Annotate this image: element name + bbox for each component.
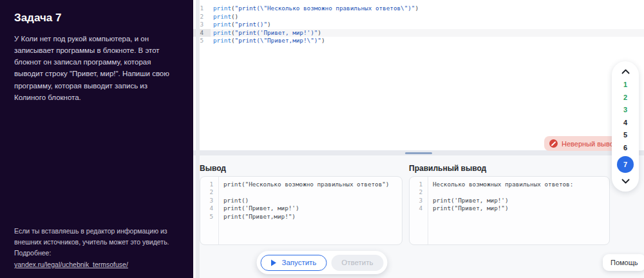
- task-nav-item-7[interactable]: 7: [617, 156, 634, 173]
- task-nav-item-1[interactable]: 1: [617, 81, 634, 88]
- code-text: print("print(\"Несколько возможно правил…: [211, 5, 419, 13]
- task-nav-items: 1234567: [617, 81, 634, 173]
- expected-panel-title: Правильный вывод: [409, 164, 486, 173]
- line-number: 3: [410, 197, 428, 204]
- output-line: 4print('Привет, мир!'): [200, 204, 402, 212]
- output-text: Несколько возможных правильных ответов:: [428, 181, 573, 188]
- chevron-down-icon: [621, 179, 630, 184]
- run-button[interactable]: Запустить: [260, 255, 327, 271]
- play-icon: [270, 259, 276, 266]
- line-number: 4: [410, 204, 428, 212]
- output-line: 5print("Привет,мир!"): [200, 213, 402, 221]
- code-text: print("print('Привет, мир!')"): [211, 29, 321, 37]
- task-sidebar: Задача 7 У Коли нет под рукой компьютера…: [0, 0, 193, 278]
- error-blocked-icon: [549, 139, 558, 148]
- paste-warning-text: Если ты вставляешь в редактор информацию…: [14, 227, 169, 257]
- output-line: 2: [410, 188, 609, 196]
- task-nav-item-2[interactable]: 2: [617, 94, 634, 101]
- task-nav-item-4[interactable]: 4: [617, 119, 634, 126]
- help-button[interactable]: Помощь: [603, 254, 644, 271]
- output-panel: 1print("Несколько возможно правильных от…: [200, 176, 402, 245]
- code-text: print("print(\"Привет,мир!\")"): [211, 37, 325, 45]
- line-number: 2: [410, 188, 428, 196]
- line-number: 2: [200, 188, 218, 196]
- output-panel-title: Вывод: [200, 164, 226, 173]
- output-text: print('Привет, мир!'): [428, 197, 509, 204]
- output-line: 1Несколько возможных правильных ответов:: [410, 181, 609, 188]
- code-text: print(): [211, 13, 238, 21]
- output-line: 3print(): [200, 197, 402, 204]
- task-nav-item-5[interactable]: 5: [617, 131, 634, 139]
- code-editor[interactable]: 1print("print(\"Несколько возможно прави…: [193, 0, 644, 150]
- expected-output-panel: 1Несколько возможных правильных ответов:…: [409, 176, 610, 245]
- terms-of-use-link[interactable]: yandex.ru/legal/uchebnik_termsofuse/: [14, 259, 128, 270]
- split-drag-handle[interactable]: [405, 152, 432, 154]
- nav-down-button[interactable]: [620, 177, 631, 186]
- task-navigator: 1234567: [612, 61, 639, 192]
- status-badge-label: Неверный вывод: [562, 140, 618, 148]
- task-nav-item-6[interactable]: 6: [617, 144, 634, 152]
- output-text: print('Привет, мир!'): [218, 204, 299, 212]
- line-number: 1: [200, 181, 218, 188]
- editor-lines: 1print("print(\"Несколько возможно прави…: [193, 5, 644, 45]
- output-text: [218, 188, 223, 196]
- code-text: print("print()"): [211, 21, 271, 29]
- actions-toolbar: Запустить Ответить: [256, 251, 387, 274]
- editor-line[interactable]: 4print("print('Привет, мир!')"): [193, 29, 644, 37]
- output-line: 3print('Привет, мир!'): [410, 197, 609, 204]
- run-button-label: Запустить: [281, 259, 316, 266]
- output-text: print("Привет,мир!"): [218, 213, 296, 221]
- output-text: [428, 188, 433, 196]
- nav-up-button[interactable]: [620, 67, 631, 76]
- output-text: print("Привет, мир!"): [428, 204, 509, 212]
- answer-button[interactable]: Ответить: [331, 255, 383, 271]
- task-title: Задача 7: [14, 12, 179, 25]
- sidebar-footer: Если ты вставляешь в редактор информацию…: [14, 226, 180, 270]
- editor-line[interactable]: 2print(): [193, 13, 644, 21]
- task-nav-item-3[interactable]: 3: [617, 106, 634, 114]
- output-line: 1print("Несколько возможно правильных от…: [200, 181, 402, 188]
- line-number: 5: [200, 213, 218, 221]
- output-text: print("Несколько возможно правильных отв…: [218, 181, 389, 188]
- split-divider[interactable]: [193, 150, 644, 155]
- line-number: 3: [200, 197, 218, 204]
- editor-line[interactable]: 3print("print()"): [193, 21, 644, 29]
- editor-line[interactable]: 1print("print(\"Несколько возможно прави…: [193, 5, 644, 13]
- line-number: 1: [410, 181, 428, 188]
- sidebar-editor-divider: [196, 0, 200, 278]
- editor-line[interactable]: 5print("print(\"Привет,мир!\")"): [193, 37, 644, 45]
- line-number: 4: [200, 204, 218, 212]
- output-text: print(): [218, 197, 249, 204]
- output-line: 4print("Привет, мир!"): [410, 204, 609, 212]
- task-description: У Коли нет под рукой компьютера, и он за…: [14, 33, 179, 103]
- chevron-up-icon: [621, 69, 630, 74]
- output-line: 2: [200, 188, 402, 196]
